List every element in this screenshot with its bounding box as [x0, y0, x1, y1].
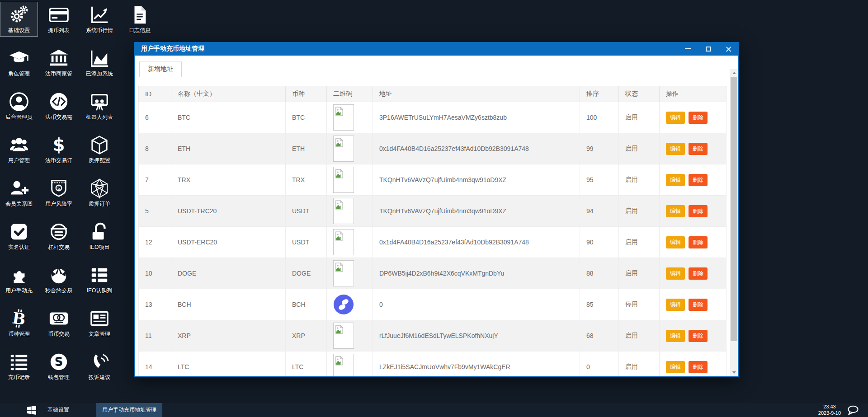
desktop-icon-list-grid[interactable]: IEO认购列	[80, 262, 118, 297]
close-button[interactable]: ×	[718, 42, 739, 56]
status-cell: 启用	[619, 320, 660, 351]
delete-button[interactable]: 删除	[689, 205, 708, 217]
maximize-button[interactable]	[698, 42, 718, 56]
edit-button[interactable]: 编辑	[666, 361, 685, 373]
desktop-icon-cube[interactable]: 质押配置	[80, 132, 118, 167]
minimize-button[interactable]	[678, 42, 698, 56]
qr-cell	[327, 196, 373, 227]
address-cell: rLfJuueJf6M16dESdLTywELSPKofhNXujY	[373, 320, 580, 351]
table-row: 10DOGEDOGEDP6WB5ij4D2xB6h9t42X6cqVKxMTgn…	[139, 258, 726, 289]
desktop-icon-user-plus[interactable]: 会员关系图	[0, 175, 38, 210]
start-button[interactable]	[26, 405, 37, 416]
sort-cell: 100	[580, 102, 619, 133]
qr-image-placeholder	[333, 323, 354, 349]
desktop-icon-label: 法币交易需	[41, 113, 76, 121]
desktop-icon-polyhedron[interactable]: 质押订单	[80, 175, 118, 210]
name-cell: BTC	[171, 102, 286, 133]
scrollbar-down-arrow[interactable]	[730, 369, 738, 376]
desktop-icon-leverage-circle[interactable]: 杠杆交易	[40, 219, 78, 253]
edit-button[interactable]: 编辑	[666, 330, 685, 342]
desktop-icon-shield-badge[interactable]: S用户风险率	[40, 175, 78, 210]
minimize-icon	[685, 48, 691, 49]
actions-cell: 编辑删除	[660, 227, 726, 258]
id-cell: 8	[139, 133, 171, 164]
scrollbar-thumb[interactable]	[731, 77, 737, 341]
desktop-icon-diamond-badge[interactable]: 法币交易需	[40, 89, 78, 123]
name-cell: XRP	[171, 320, 286, 351]
desktop-icon-bitcoin[interactable]: B币种管理	[0, 305, 38, 340]
delete-button[interactable]: 删除	[689, 361, 708, 373]
address-table: ID名称（中文）币种二维码地址排序状态操作 6BTCBTC3P16AWETrUS…	[138, 86, 726, 377]
delete-button[interactable]: 删除	[689, 112, 708, 124]
edit-button[interactable]: 编辑	[666, 267, 685, 280]
taskbar-item-deposit-address-management[interactable]: 用户手动充币地址管理	[96, 403, 162, 417]
id-cell: 12	[139, 227, 171, 258]
list-lines-icon	[9, 351, 29, 372]
desktop-icon-mastercard[interactable]: 币币交易	[40, 305, 78, 340]
table-row: 13BCHBCH085停用编辑删除	[139, 289, 726, 320]
desktop-icon-unlock[interactable]: IEO项目	[80, 219, 118, 253]
delete-button[interactable]: 删除	[689, 299, 708, 311]
qr-image-placeholder	[333, 104, 354, 131]
desktop-icon-line-chart[interactable]: 系统币行情	[80, 2, 118, 37]
address-cell: 0x1d4FA40B4D16a25237ef43fAd10Db92B3091A7…	[373, 227, 580, 258]
add-address-button[interactable]: 新增地址	[139, 61, 182, 77]
edit-button[interactable]: 编辑	[666, 299, 685, 311]
news-icon	[89, 308, 110, 329]
delete-button[interactable]: 删除	[689, 330, 708, 342]
window-titlebar[interactable]: 用户手动充币地址管理 ×	[134, 42, 739, 56]
actions-cell: 编辑删除	[660, 289, 726, 320]
desktop-icon-label: 文章管理	[82, 330, 117, 338]
desktop-icon-check-square[interactable]: 实名认证	[0, 219, 38, 253]
desktop-icon-card[interactable]: 提币列表	[40, 2, 78, 37]
scrollbar-up-arrow[interactable]	[730, 70, 738, 76]
edit-button[interactable]: 编辑	[666, 205, 685, 217]
delete-button[interactable]: 删除	[689, 174, 708, 186]
desktop-icon-news[interactable]: 文章管理	[80, 305, 118, 340]
svg-text:S: S	[57, 186, 60, 191]
desktop-icon-list-lines[interactable]: 充币记录	[0, 349, 38, 384]
id-cell: 6	[139, 102, 171, 133]
taskbar-clock[interactable]: 23:43 2023-9-10	[818, 403, 841, 416]
desktop-icon-bank[interactable]: 法币商家管	[40, 45, 78, 80]
qr-image-placeholder	[333, 136, 354, 162]
delete-button[interactable]: 删除	[689, 143, 708, 155]
desktop-icon-graduation-cap[interactable]: 角色管理	[0, 45, 38, 80]
column-header: 排序	[580, 86, 619, 102]
desktop-icon-phone[interactable]: 投诉建议	[80, 349, 118, 384]
desktop-icon-rebel[interactable]: 秒合约交易	[40, 262, 78, 297]
actions-cell: 编辑删除	[660, 102, 726, 133]
line-chart-icon	[89, 5, 110, 25]
taskbar-item-basic-settings[interactable]: 基础设置	[38, 403, 79, 417]
sort-cell: 95	[580, 164, 619, 196]
coin-cell: TRX	[286, 164, 327, 196]
edit-button[interactable]: 编辑	[666, 236, 685, 248]
close-icon: ×	[725, 45, 732, 53]
qr-image-placeholder	[333, 198, 354, 224]
table-row: 7TRXTRXTKQnHTv6VAVzQ7ujfUimb4nm3qw91oD9X…	[139, 164, 726, 196]
delete-button[interactable]: 删除	[689, 267, 708, 280]
status-cell: 启用	[619, 196, 660, 227]
name-cell: DOGE	[171, 258, 286, 289]
desktop-icon-puzzle[interactable]: 用户手动充	[0, 262, 38, 297]
edit-button[interactable]: 编辑	[666, 174, 685, 186]
vertical-scrollbar[interactable]	[730, 69, 738, 376]
area-chart-icon	[89, 48, 110, 69]
desktop-icon-users[interactable]: 用户管理	[0, 132, 38, 167]
edit-button[interactable]: 编辑	[666, 112, 685, 124]
chat-bubble-button[interactable]	[846, 405, 860, 415]
desktop-icon-gears[interactable]: 基础设置	[0, 2, 38, 37]
desktop-icon-user-circle[interactable]: 后台管理员	[0, 89, 38, 123]
desktop-icon-dollar[interactable]: $法币交易订	[40, 132, 78, 167]
desktop-icon-area-chart[interactable]: 已添加系统	[80, 45, 118, 80]
delete-button[interactable]: 删除	[689, 236, 708, 248]
qr-cell	[327, 258, 373, 289]
column-header: 二维码	[327, 86, 373, 102]
desktop-icon-document[interactable]: 日志信息	[121, 2, 159, 37]
edit-button[interactable]: 编辑	[666, 143, 685, 155]
desktop-icon-robot-board[interactable]: 机器人列表	[80, 89, 118, 123]
desktop-icon-label: 实名认证	[1, 244, 37, 251]
desktop-icon-label: 充币记录	[1, 374, 37, 381]
desktop-icon-skype[interactable]: S钱包管理	[40, 349, 78, 384]
status-cell: 启用	[619, 258, 660, 289]
